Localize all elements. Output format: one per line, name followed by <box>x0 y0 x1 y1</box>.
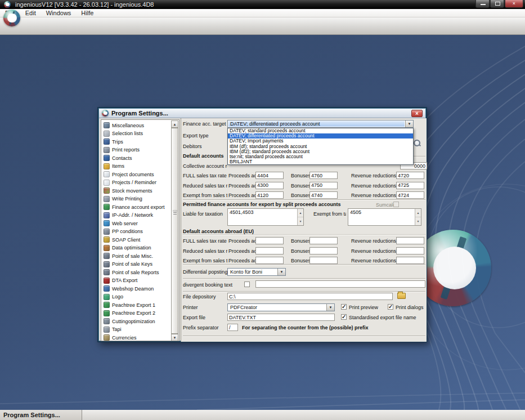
sidebar-item[interactable]: Cuttingoptimization <box>102 317 172 325</box>
standardised-name-checkbox[interactable] <box>341 314 347 320</box>
sidebar-item[interactable]: Contacts <box>102 154 172 162</box>
miscellaneous-icon <box>104 122 110 128</box>
sidebar-item[interactable]: Peachtree Export 1 <box>102 301 172 309</box>
dropdown-option[interactable]: BRILJANT <box>228 159 413 164</box>
sidebar-item[interactable]: DTA Export <box>102 276 172 285</box>
statusbar-cell[interactable]: Program Settings... <box>0 410 82 420</box>
field-label: Revenue reductions <box>351 193 396 198</box>
folder-icon[interactable] <box>397 293 406 299</box>
menu-hilfe[interactable]: Hilfe <box>76 9 98 17</box>
prefix-separator-field[interactable] <box>227 324 238 331</box>
spinner-icon[interactable]: ▲▼ <box>415 209 421 225</box>
chevron-down-icon[interactable]: ▼ <box>326 304 334 311</box>
dialog-close-button[interactable]: × <box>411 110 423 117</box>
print-dialogs-checkbox[interactable] <box>388 304 393 310</box>
bonuses-field[interactable] <box>309 237 338 244</box>
exempt-taxation-textarea[interactable]: 4505 ▲▼ <box>348 208 421 226</box>
sidebar-item[interactable]: Trips <box>102 137 172 146</box>
exempt-taxation-label: Exempt from ta <box>313 211 346 217</box>
dropdown-option[interactable]: DATEV; differentiated proceeds account <box>228 133 413 138</box>
proceeds-account-field[interactable] <box>255 182 284 189</box>
proceeds-account-field[interactable] <box>255 257 284 264</box>
sidebar-item[interactable]: Stock movements <box>102 186 172 195</box>
scrollbar-thumb[interactable] <box>171 128 178 334</box>
dropdown-option[interactable]: tse:nit; standard proceeds account <box>228 154 413 159</box>
divergent-booking-field[interactable] <box>255 280 425 288</box>
file-depository-field[interactable] <box>227 293 393 300</box>
bonuses-field[interactable] <box>309 191 338 199</box>
search-icon[interactable] <box>413 139 421 147</box>
sidebar-item[interactable]: SOAP Client <box>102 235 172 244</box>
field-label: Bonuses <box>291 258 311 263</box>
proceeds-account-field[interactable] <box>255 237 284 244</box>
sidebar-item[interactable]: Projects / Reminder <box>102 178 172 187</box>
brand-logo-button[interactable] <box>3 10 20 26</box>
chevron-down-icon[interactable]: ▼ <box>405 120 413 127</box>
bonuses-field[interactable] <box>309 257 338 264</box>
sumcalc-checkbox[interactable] <box>393 202 399 207</box>
dialog-titlebar[interactable]: Program Settings... × <box>99 109 425 118</box>
revenue-reductions-field[interactable] <box>396 237 424 244</box>
sidebar-item[interactable]: Finance account export <box>102 203 172 211</box>
divergent-booking-checkbox[interactable] <box>244 282 250 287</box>
proceeds-account-field[interactable] <box>255 191 284 199</box>
revenue-reductions-field[interactable] <box>396 191 424 199</box>
maximize-button[interactable] <box>490 0 504 8</box>
field-label: Proceeds acc <box>228 183 259 189</box>
sidebar-item[interactable]: PP conditions <box>102 227 172 236</box>
sidebar-scrollbar[interactable]: ▲ ▼ <box>171 120 178 341</box>
sidebar-item-label: DTA Export <box>112 278 137 283</box>
differential-posting-combobox[interactable]: Konto für Boni ▼ <box>227 268 286 276</box>
printer-combobox[interactable]: PDFCreator ▼ <box>227 303 335 311</box>
sidebar-item[interactable]: Tapi <box>102 325 172 334</box>
dropdown-option[interactable]: IBM (df2); standard proceeds account <box>228 149 413 154</box>
liable-taxation-textarea[interactable]: 4501,4503 ▲▼ <box>227 208 304 226</box>
scroll-down-icon[interactable]: ▼ <box>171 334 178 341</box>
bonuses-field[interactable] <box>309 172 338 179</box>
minimize-button[interactable] <box>475 0 490 8</box>
spinner-icon[interactable]: ▲▼ <box>297 209 303 225</box>
sidebar-item[interactable]: Point of sale Misc. <box>102 252 172 260</box>
sidebar-item[interactable]: Selection lists <box>102 129 172 138</box>
sidebar-item[interactable]: IP-Addr. / Network <box>102 211 172 220</box>
sidebar-item[interactable]: Logo <box>102 293 172 301</box>
bonuses-field[interactable] <box>309 182 338 189</box>
sidebar-item[interactable]: Print reports <box>102 146 172 154</box>
menu-windows[interactable]: Windows <box>41 9 77 17</box>
sidebar-item[interactable]: Miscellaneous <box>102 121 172 129</box>
sidebar-item[interactable]: Data optimisation <box>102 244 172 252</box>
print-preview-checkbox[interactable] <box>341 304 347 310</box>
revenue-reductions-field[interactable] <box>396 172 424 179</box>
sidebar-item[interactable]: Write Printing <box>102 195 172 203</box>
sidebar-item[interactable]: Items <box>102 162 172 171</box>
revenue-reductions-field[interactable] <box>396 182 424 189</box>
revenue-reductions-field[interactable] <box>396 257 424 264</box>
sidebar-item[interactable]: Point of sale Reports <box>102 268 172 276</box>
dropdown-option[interactable]: DATEV; standard proceeds account <box>228 128 413 133</box>
selection-lists-icon <box>104 131 110 137</box>
sidebar-item[interactable]: Point of sale Keys <box>102 260 172 269</box>
menu-edit[interactable]: Edit <box>20 9 41 17</box>
sidebar-item[interactable]: Peachtree Export 2 <box>102 309 172 318</box>
sumcalc-label: Sumcalc <box>376 202 396 208</box>
finance-target-combobox[interactable]: DATEV; differentiated proceeds account ▼ <box>227 120 414 128</box>
field-label: Proceeds acc <box>228 238 259 244</box>
sidebar-item[interactable]: Project documents <box>102 170 172 178</box>
proceeds-account-field[interactable] <box>255 247 284 254</box>
chevron-down-icon[interactable]: ▼ <box>277 269 285 275</box>
divergent-booking-label: divergent booking text <box>183 282 242 288</box>
export-file-field[interactable] <box>227 314 335 321</box>
scroll-up-icon[interactable]: ▲ <box>171 120 178 128</box>
sidebar-item-label: Logo <box>112 294 123 300</box>
proceeds-account-field[interactable] <box>255 172 284 179</box>
dropdown-option[interactable]: DATEV; Import payments <box>228 138 413 144</box>
dropdown-option[interactable]: IBM (df); standard proceeds account <box>228 144 413 149</box>
bonuses-field[interactable] <box>309 247 338 254</box>
prefix-separator-label: Prefix separator <box>183 325 227 330</box>
sidebar-item[interactable]: Currencies <box>102 333 172 341</box>
revenue-reductions-field[interactable] <box>396 247 424 254</box>
sidebar-item[interactable]: Web server <box>102 219 172 227</box>
differential-posting-label: Differential popsting <box>183 269 227 275</box>
close-button[interactable]: × <box>505 0 523 8</box>
sidebar-item[interactable]: Webshop Deamon <box>102 284 172 293</box>
